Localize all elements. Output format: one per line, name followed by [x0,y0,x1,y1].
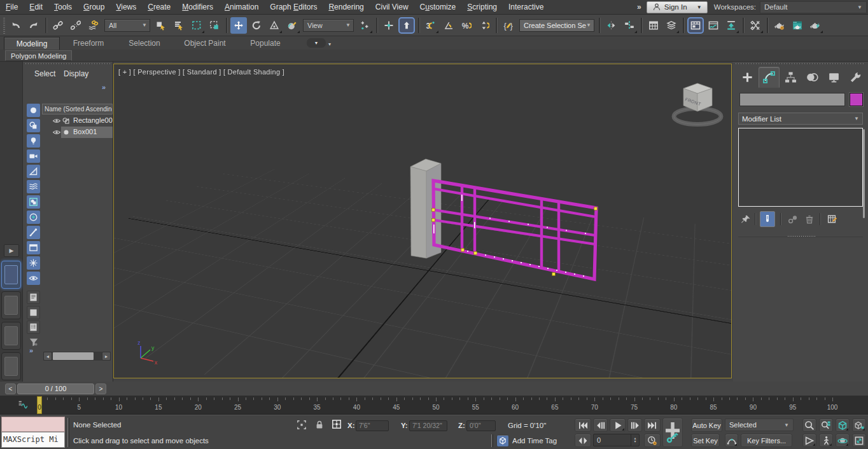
sign-in-button[interactable]: Sign In ▼ [647,1,708,13]
field-of-view-button[interactable] [802,434,816,447]
add-time-tag-label[interactable]: Add Time Tag [512,437,557,445]
select-and-move-button[interactable] [230,17,247,34]
track-bar[interactable]: 0510152025303540455055606570758085909510… [0,396,868,415]
x-coordinate-field[interactable]: 7'6" [356,420,389,431]
named-selection-sets-dropdown[interactable]: Create Selection Se▼ [519,19,594,32]
next-frame-button[interactable] [627,418,642,432]
render-setup-button[interactable] [771,17,788,34]
material-editor-button[interactable] [723,17,739,34]
ribbon-tab-freeform[interactable]: Freeform [60,37,117,50]
percent-snap-button[interactable]: % [458,17,475,34]
window-crossing-button[interactable] [206,17,223,34]
blank-view-button[interactable] [27,306,40,319]
menu-item-group[interactable]: Group [78,0,110,14]
filter-display-geometry-button[interactable] [27,104,40,117]
pin-stack-button[interactable] [739,213,752,226]
select-and-scale-button[interactable] [266,17,283,34]
rendered-frame-window-button[interactable] [789,17,806,34]
zoom-extents-button[interactable] [836,418,850,432]
isolate-selection-toggle-icon[interactable] [297,420,307,430]
align-button[interactable] [621,17,638,34]
menu-item-civil-view[interactable]: Civil View [370,0,414,14]
menu-item-graph-editors[interactable]: Graph Editors [264,0,323,14]
select-by-name-button[interactable] [171,17,187,34]
modifier-list-dropdown[interactable]: Modifier List ▼ [738,113,863,125]
ribbon-tab-selection[interactable]: Selection [117,37,172,50]
command-tab-motion[interactable] [802,67,823,88]
filter-display-cameras-button[interactable] [27,149,40,163]
reference-coordinate-system-dropdown[interactable]: View▼ [303,19,354,32]
spinner-snap-button[interactable] [476,17,493,34]
ribbon-minimize-arrow-icon[interactable]: ▾ [328,41,331,47]
ribbon-minimize-button[interactable]: ▼ [307,38,326,48]
object-name-label[interactable]: Rectangle001 [73,116,113,124]
menu-item-edit[interactable]: Edit [24,0,48,14]
explorer-drag-grip[interactable] [25,63,110,64]
time-configuration-button[interactable] [644,434,661,447]
toolbar-grip[interactable] [3,17,5,34]
filter-display-containers-button[interactable] [27,211,40,224]
viewport-layout-tab-3[interactable] [1,322,21,350]
filter-display-bones-button[interactable] [27,226,40,239]
y-coordinate-field[interactable]: 7'1 20/32" [409,420,447,431]
viewport-label[interactable]: [ + ] [ Perspective ] [ Standard ] [ Def… [118,68,284,76]
explorer-column-header[interactable]: Name (Sorted Ascending) [42,104,113,114]
go-to-start-button[interactable] [575,418,591,432]
key-filters-button[interactable]: Key Filters... [741,434,792,447]
toggle-ribbon-button[interactable] [687,17,704,34]
time-slider-display[interactable]: 0 / 100 [17,383,94,394]
toggle-scene-explorer-button[interactable] [645,17,662,34]
render-production-button[interactable] [807,17,823,34]
maximize-viewport-toggle-button[interactable] [852,434,866,447]
orbit-button[interactable] [836,434,850,447]
object-color-swatch[interactable] [850,93,863,106]
object-name-field[interactable] [739,93,845,106]
command-tab-modify[interactable] [759,67,780,88]
explorer-hscroll-thumb[interactable] [53,352,94,360]
edit-named-selection-sets-button[interactable]: {} [500,17,517,34]
menu-item-animation[interactable]: Animation [219,0,264,14]
visibility-eye-icon[interactable] [52,116,61,125]
maxscript-mini-listener[interactable]: MAXScript Mi [1,432,65,448]
viewport-layout-tab-2[interactable] [1,291,21,319]
menu-item-scripting[interactable]: Scripting [461,0,503,14]
viewcube[interactable]: FRONT [674,83,721,125]
panel-scrollbar[interactable] [863,129,865,218]
add-time-tag-button[interactable] [496,434,509,447]
configure-modifier-sets-button[interactable] [826,213,839,226]
explorer-more-chevron[interactable]: » [29,347,33,354]
workspace-dropdown[interactable]: Default ▼ [760,1,867,13]
layout-tabs-expand-button[interactable]: ▶ [4,244,19,257]
previous-frame-button[interactable] [593,418,608,432]
polygon-modeling-button[interactable]: Polygon Modeling [5,50,72,61]
command-panel-drag-grip[interactable] [736,63,865,64]
menu-overflow-chevron[interactable]: » [637,3,641,11]
schematic-view-button[interactable] [747,17,764,34]
frame-spinner[interactable]: ▴▾ [631,434,639,446]
use-pivot-point-center-button[interactable] [356,17,373,34]
command-tab-display[interactable] [823,67,844,88]
show-end-result-button[interactable] [760,211,775,227]
curve-editor-button[interactable] [705,17,722,34]
visibility-eye-icon[interactable] [52,128,61,137]
ribbon-tab-modeling[interactable]: Modeling [4,37,60,50]
menu-item-create[interactable]: Create [142,0,176,14]
mirror-button[interactable] [603,17,620,34]
unlink-selection-button[interactable] [67,17,84,34]
zoom-extents-all-button[interactable] [852,418,866,432]
menu-item-customize[interactable]: Customize [414,0,462,14]
menu-item-tools[interactable]: Tools [48,0,78,14]
play-animation-button[interactable] [610,418,626,432]
menu-item-modifiers[interactable]: Modifiers [176,0,219,14]
selection-lock-toggle-icon[interactable] [314,420,325,430]
time-next-button[interactable]: > [95,383,106,394]
explorer-menu-select[interactable]: Select [34,69,55,78]
menu-item-interactive[interactable]: Interactive [503,0,549,14]
select-and-place-button[interactable] [284,17,300,34]
select-and-manipulate-button[interactable] [381,17,397,34]
bind-to-space-warp-button[interactable] [85,17,102,34]
modifier-stack[interactable] [738,128,863,207]
explorer-menu-display[interactable]: Display [64,69,88,78]
make-unique-button[interactable] [787,213,799,226]
keyboard-shortcut-override-button[interactable] [398,17,415,34]
